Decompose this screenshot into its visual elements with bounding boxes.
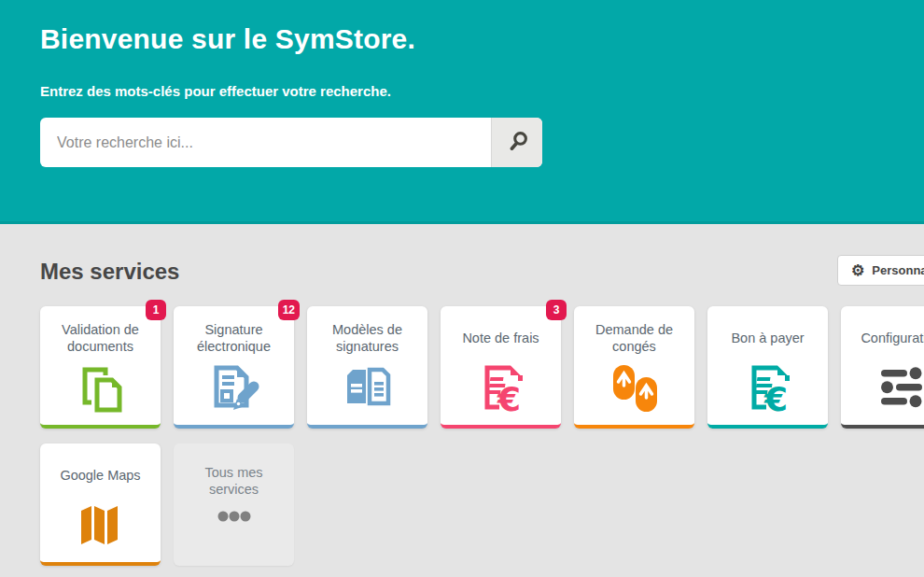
invoice-euro-icon: €	[474, 360, 528, 415]
service-card-modeles-de-signatures[interactable]: Modèles de signatures	[307, 306, 427, 429]
notification-badge: 1	[146, 300, 166, 320]
service-card-label: Signature électronique	[174, 321, 294, 355]
service-card-label: Note de frais	[456, 330, 544, 346]
service-card-label-area: Google Maps	[54, 451, 146, 500]
service-card-label: Google Maps	[54, 467, 146, 484]
gear-icon: ⚙	[851, 263, 864, 278]
service-card-validation-de-documents[interactable]: 1Validation de documents	[40, 306, 161, 429]
notification-badge: 12	[278, 300, 300, 320]
search-button[interactable]	[491, 118, 542, 167]
search-instructions: Entrez des mots-clés pour effectuer votr…	[40, 83, 884, 99]
svg-text:€: €	[497, 380, 521, 415]
service-card-tous-mes-services[interactable]: Tous mes services	[174, 443, 294, 566]
notification-badge: 3	[546, 300, 567, 320]
invoice-euro-icon: €	[741, 360, 795, 415]
service-card-label-area: Modèles de signatures	[307, 314, 427, 362]
signature-pen-icon	[207, 360, 261, 415]
services-section: Mes services ⚙ Personnaliser 1Validation…	[0, 224, 924, 566]
service-card-label: Bon à payer	[725, 330, 809, 346]
services-grid: 1Validation de documents 12Signature éle…	[40, 306, 924, 566]
personalize-button[interactable]: ⚙ Personnaliser	[837, 255, 924, 286]
ellipsis-icon	[207, 507, 261, 526]
service-card-label: Configuration	[855, 330, 924, 346]
service-card-configuration[interactable]: Configuration	[841, 306, 924, 429]
service-card-bon-a-payer[interactable]: Bon à payer €	[707, 306, 828, 429]
service-card-google-maps[interactable]: Google Maps	[40, 443, 161, 566]
svg-text:€: €	[763, 380, 788, 415]
service-card-label: Validation de documents	[40, 321, 161, 355]
service-card-label-area: Validation de documents	[40, 314, 161, 362]
service-card-demande-de-conges[interactable]: Demande de congés	[574, 306, 694, 429]
page-title: Bienvenue sur le SymStore.	[40, 0, 884, 55]
search-bar	[40, 118, 542, 167]
search-input[interactable]	[40, 118, 491, 167]
service-card-label: Modèles de signatures	[307, 321, 427, 355]
search-icon	[505, 129, 530, 157]
welcome-hero: Bienvenue sur le SymStore. Entrez des mo…	[0, 0, 924, 224]
service-card-label: Demande de congés	[574, 321, 694, 355]
sliders-icon	[875, 360, 924, 415]
service-card-label-area: Bon à payer	[725, 314, 809, 362]
personalize-label: Personnaliser	[872, 263, 924, 277]
documents-copy-icon	[74, 360, 128, 415]
service-card-note-de-frais[interactable]: 3Note de frais €	[441, 306, 561, 429]
map-icon	[74, 498, 128, 552]
flip-flops-icon	[608, 360, 662, 415]
services-heading: Mes services	[0, 224, 924, 285]
service-card-label-area: Demande de congés	[574, 314, 694, 362]
service-card-label-area: Tous mes services	[174, 460, 294, 501]
signature-templates-icon	[341, 360, 395, 415]
service-card-label-area: Note de frais	[456, 314, 544, 362]
service-card-label-area: Configuration	[855, 314, 924, 362]
service-card-signature-electronique[interactable]: 12Signature électronique	[174, 306, 294, 429]
service-card-label-area: Signature électronique	[174, 314, 294, 362]
service-card-label: Tous mes services	[174, 464, 294, 498]
